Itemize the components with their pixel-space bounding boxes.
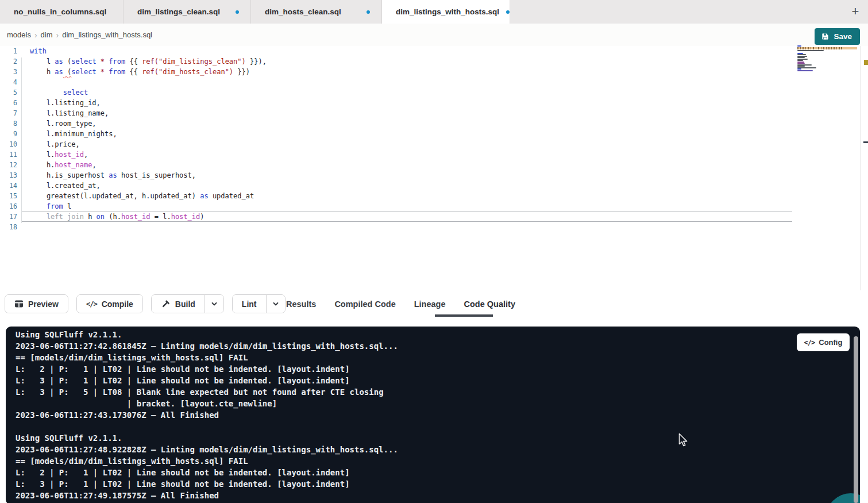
- indent-guide: [21, 57, 22, 223]
- modified-indicator-icon: [506, 10, 510, 14]
- code-line-text: l.minimum_nights,: [30, 129, 117, 139]
- minimap-line: [797, 63, 805, 64]
- terminal-line: L: 2 | P: 1 | LT02 | Line should not be …: [16, 467, 398, 478]
- line-number: 11: [0, 149, 17, 160]
- tab-strip: no_nulls_in_columns.sqldim_listings_clea…: [0, 0, 510, 24]
- code-line[interactable]: 6 l.listing_id,: [0, 98, 860, 108]
- code-editor[interactable]: 1with2 l as (select * from {{ ref("dim_l…: [0, 46, 860, 290]
- breadcrumb-separator-icon: ›: [56, 30, 59, 40]
- code-line[interactable]: 8 l.room_type,: [0, 118, 860, 129]
- line-number: 13: [0, 170, 17, 181]
- minimap-line: [797, 68, 801, 70]
- code-line-text: l.listing_id,: [30, 98, 101, 108]
- tab-compiled-code[interactable]: Compiled Code: [334, 300, 395, 309]
- toolbar-buttons: Preview</>CompileBuildLint: [5, 294, 286, 313]
- tab-bar: no_nulls_in_columns.sqldim_listings_clea…: [0, 0, 868, 24]
- line-number: 6: [0, 98, 17, 108]
- code-line[interactable]: 2 l as (select * from {{ ref("dim_listin…: [0, 56, 860, 67]
- tab-dim_listings_with_hosts.sql[interactable]: dim_listings_with_hosts.sql: [382, 0, 510, 24]
- terminal-scrollbar[interactable]: [854, 336, 858, 503]
- code-line[interactable]: 10 l.price,: [0, 139, 860, 149]
- modified-indicator-icon: [236, 10, 239, 14]
- minimap[interactable]: [797, 45, 857, 71]
- minimap-line: [797, 54, 806, 55]
- code-icon: </>: [86, 300, 97, 308]
- terminal-line: L: 2 | P: 1 | LT02 | Line should not be …: [16, 363, 398, 375]
- code-line[interactable]: 18: [0, 222, 860, 232]
- line-number: 8: [0, 118, 17, 129]
- tab-lineage[interactable]: Lineage: [414, 300, 446, 309]
- result-tabs: ResultsCompiled CodeLineageCode Quality: [286, 294, 515, 313]
- terminal-line: 2023-06-06T11:27:43.173076Z — All Finish…: [16, 409, 398, 421]
- minimap-line: [797, 66, 805, 67]
- tab-label: dim_hosts_clean.sql: [265, 7, 341, 16]
- lint-button-group: Lint: [232, 294, 286, 313]
- code-line[interactable]: 9 l.minimum_nights,: [0, 129, 860, 139]
- code-line[interactable]: 14 l.created_at,: [0, 181, 860, 191]
- tab-code-quality[interactable]: Code Quality: [464, 300, 515, 309]
- code-line[interactable]: 7 l.listing_name,: [0, 108, 860, 118]
- minimap-line: [797, 60, 803, 61]
- terminal-line: | bracket. [layout.cte_newline]: [16, 398, 398, 409]
- code-line-text: h as (select * from {{ ref("dim_hosts_cl…: [30, 67, 250, 77]
- active-tab-underline: [435, 314, 493, 317]
- code-line[interactable]: 11 l.host_id,: [0, 149, 860, 160]
- ruler-warning-marker-icon: [864, 60, 868, 65]
- code-line-text: h.host_name,: [30, 160, 97, 170]
- code-line[interactable]: 5 select: [0, 87, 860, 98]
- line-number: 18: [0, 222, 17, 232]
- build-dropdown-button[interactable]: [205, 295, 223, 313]
- code-line-text: select: [30, 87, 88, 98]
- tab-dim_listings_clean.sql[interactable]: dim_listings_clean.sql: [124, 0, 251, 24]
- breadcrumb-separator-icon: ›: [34, 30, 37, 40]
- code-line-text: l.host_id,: [30, 149, 88, 160]
- lint-dropdown-button[interactable]: [266, 295, 285, 313]
- breadcrumb-item[interactable]: dim_listings_with_hosts.sql: [62, 30, 152, 39]
- terminal-lines: Using SQLFluff v2.1.1.2023-06-06T11:27:4…: [16, 329, 398, 501]
- tab-no_nulls_in_columns.sql[interactable]: no_nulls_in_columns.sql: [0, 0, 124, 24]
- terminal-line: == [models/dim/dim_listings_with_hosts.s…: [16, 352, 398, 363]
- code-line[interactable]: 13 h.is_superhost as host_is_superhost,: [0, 170, 860, 181]
- new-tab-button[interactable]: +: [847, 3, 863, 20]
- breadcrumb-item[interactable]: dim: [41, 30, 53, 39]
- build-button[interactable]: Build: [152, 295, 205, 313]
- tab-results[interactable]: Results: [286, 300, 316, 309]
- lint-output-terminal: Using SQLFluff v2.1.1.2023-06-06T11:27:4…: [6, 327, 860, 503]
- breadcrumb-item[interactable]: models: [7, 30, 31, 39]
- minimap-line: [797, 57, 805, 58]
- code-line-text: l.room_type,: [30, 118, 97, 129]
- preview-button-group: Preview: [5, 294, 68, 313]
- code-icon: </>: [804, 339, 815, 347]
- table-icon: [14, 300, 24, 308]
- breadcrumb: models›dim›dim_listings_with_hosts.sql: [7, 24, 152, 46]
- terminal-line: == [models/dim/dim_listings_with_hosts.s…: [16, 455, 398, 467]
- code-line[interactable]: 17 left join h on (h.host_id = l.host_id…: [0, 212, 860, 222]
- code-line[interactable]: 3 h as (select * from {{ ref("dim_hosts_…: [0, 67, 860, 77]
- code-line-text: greatest(l.updated_at, h.updated_at) as …: [30, 191, 254, 201]
- terminal-line: [16, 421, 398, 432]
- code-line-text: l.created_at,: [30, 181, 101, 191]
- right-margin: [860, 327, 868, 503]
- config-button[interactable]: </> Config: [797, 333, 850, 351]
- overview-ruler: [860, 46, 868, 290]
- modified-indicator-icon: [367, 10, 370, 14]
- code-line-text: l.price,: [30, 139, 80, 149]
- compile-button[interactable]: </>Compile: [77, 295, 142, 313]
- line-number: 2: [0, 56, 17, 67]
- line-number: 9: [0, 129, 17, 139]
- compile-button-group: </>Compile: [76, 294, 143, 313]
- tab-dim_hosts_clean.sql[interactable]: dim_hosts_clean.sql: [251, 0, 382, 24]
- preview-button[interactable]: Preview: [5, 295, 68, 313]
- hammer-icon: [161, 300, 171, 309]
- code-line[interactable]: 4: [0, 77, 860, 87]
- code-line-text: l as (select * from {{ ref("dim_listings…: [30, 56, 267, 67]
- terminal-line: 2023-06-06T11:27:48.922828Z — Linting mo…: [16, 444, 398, 455]
- code-line-text: with: [30, 46, 47, 56]
- code-line[interactable]: 1with: [0, 46, 860, 56]
- code-line[interactable]: 15 greatest(l.updated_at, h.updated_at) …: [0, 191, 860, 201]
- minimap-highlight: [797, 47, 857, 49]
- save-button[interactable]: Save: [815, 28, 860, 45]
- code-line[interactable]: 16 from l: [0, 201, 860, 212]
- lint-button[interactable]: Lint: [233, 295, 266, 313]
- code-line[interactable]: 12 h.host_name,: [0, 160, 860, 170]
